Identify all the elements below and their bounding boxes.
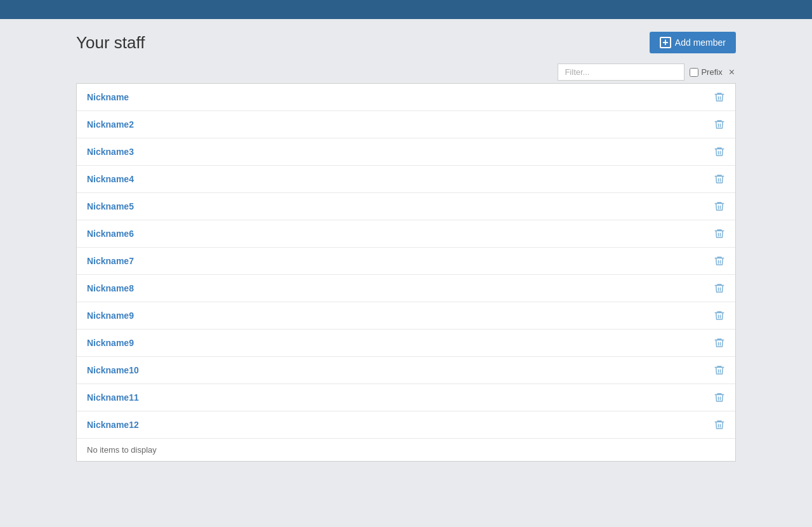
staff-list-item[interactable]: Nickname8 <box>77 275 735 302</box>
delete-staff-button[interactable] <box>714 119 725 130</box>
close-icon: × <box>729 67 735 77</box>
top-bar <box>0 0 812 19</box>
staff-list-item[interactable]: Nickname9 <box>77 302 735 330</box>
staff-name: Nickname <box>87 92 129 102</box>
page-header: Your staff + Add member <box>70 32 742 53</box>
prefix-container: Prefix <box>690 67 722 77</box>
add-member-label: Add member <box>675 37 726 48</box>
delete-staff-button[interactable] <box>714 228 725 239</box>
prefix-checkbox[interactable] <box>690 68 698 77</box>
delete-staff-button[interactable] <box>714 146 725 157</box>
delete-staff-button[interactable] <box>714 419 725 430</box>
trash-icon <box>714 337 725 349</box>
trash-icon <box>714 364 725 376</box>
trash-icon <box>714 119 725 130</box>
prefix-label: Prefix <box>701 67 722 77</box>
trash-icon <box>714 283 725 294</box>
trash-icon <box>714 173 725 185</box>
add-member-button[interactable]: + Add member <box>650 32 736 53</box>
trash-icon <box>714 91 725 103</box>
trash-icon <box>714 419 725 430</box>
staff-list-item[interactable]: Nickname12 <box>77 411 735 439</box>
staff-name: Nickname6 <box>87 229 134 239</box>
no-items-text: No items to display <box>77 439 735 461</box>
delete-staff-button[interactable] <box>714 392 725 403</box>
staff-name: Nickname5 <box>87 201 134 211</box>
trash-icon <box>714 201 725 212</box>
delete-staff-button[interactable] <box>714 173 725 185</box>
trash-icon <box>714 146 725 157</box>
staff-list-item[interactable]: Nickname10 <box>77 357 735 384</box>
delete-staff-button[interactable] <box>714 255 725 267</box>
staff-name: Nickname4 <box>87 174 134 184</box>
trash-icon <box>714 392 725 403</box>
plus-icon: + <box>660 37 671 48</box>
staff-list-item[interactable]: Nickname9 <box>77 330 735 357</box>
trash-icon <box>714 228 725 239</box>
delete-staff-button[interactable] <box>714 364 725 376</box>
filter-input[interactable] <box>558 63 684 81</box>
staff-name: Nickname7 <box>87 256 134 266</box>
staff-name: Nickname11 <box>87 392 139 403</box>
staff-list-item[interactable]: Nickname3 <box>77 138 735 166</box>
staff-name: Nickname9 <box>87 338 134 348</box>
delete-staff-button[interactable] <box>714 201 725 212</box>
filter-close-button[interactable]: × <box>728 67 736 77</box>
staff-list: Nickname Nickname2 Nickname3 Nickname4 N… <box>76 83 736 462</box>
staff-list-item[interactable]: Nickname6 <box>77 220 735 248</box>
staff-name: Nickname12 <box>87 420 139 430</box>
staff-name: Nickname2 <box>87 119 134 130</box>
staff-name: Nickname8 <box>87 283 134 293</box>
staff-list-item[interactable]: Nickname11 <box>77 384 735 411</box>
staff-name: Nickname10 <box>87 365 139 375</box>
staff-list-item[interactable]: Nickname5 <box>77 193 735 220</box>
staff-list-item[interactable]: Nickname <box>77 84 735 111</box>
trash-icon <box>714 310 725 321</box>
page-container: Your staff + Add member Prefix × Nicknam… <box>70 19 742 474</box>
delete-staff-button[interactable] <box>714 310 725 321</box>
staff-name: Nickname9 <box>87 310 134 321</box>
delete-staff-button[interactable] <box>714 91 725 103</box>
staff-name: Nickname3 <box>87 147 134 157</box>
page-title: Your staff <box>76 33 145 53</box>
staff-list-item[interactable]: Nickname7 <box>77 248 735 275</box>
delete-staff-button[interactable] <box>714 283 725 294</box>
staff-list-item[interactable]: Nickname2 <box>77 111 735 138</box>
delete-staff-button[interactable] <box>714 337 725 349</box>
staff-list-item[interactable]: Nickname4 <box>77 166 735 193</box>
filter-row: Prefix × <box>70 63 742 81</box>
trash-icon <box>714 255 725 267</box>
